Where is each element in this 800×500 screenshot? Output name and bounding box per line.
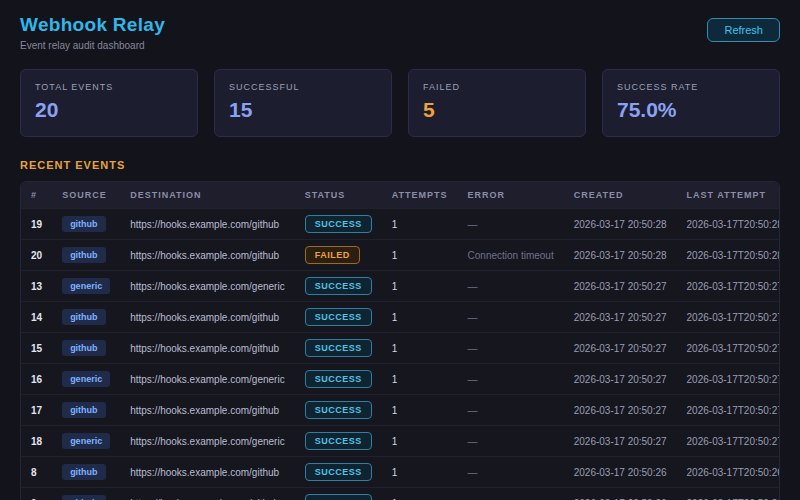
error-cell: —: [458, 271, 564, 302]
table-row: 13generichttps://hooks.example.com/gener…: [21, 271, 780, 302]
event-id-cell: 8: [21, 457, 52, 488]
status-cell: FAILED: [295, 240, 382, 271]
attempts-cell: 1: [382, 240, 458, 271]
last-attempt-cell: 2026-03-17T20:50:28.218170+00:00: [677, 240, 780, 271]
last-attempt-cell: 2026-03-17T20:50:27.457959+00:00: [677, 333, 780, 364]
event-id-cell: 20: [21, 240, 52, 271]
source-badge: github: [62, 340, 106, 356]
status-badge: SUCCESS: [305, 494, 372, 500]
status-cell: SUCCESS: [295, 457, 382, 488]
error-cell: —: [458, 488, 564, 500]
stats-row: TOTAL EVENTS20SUCCESSFUL15FAILED5SUCCESS…: [20, 69, 780, 137]
source-badge: github: [62, 464, 106, 480]
stat-card-successful: SUCCESSFUL15: [214, 69, 392, 137]
event-id-cell: 9: [21, 488, 52, 500]
destination-cell: https://hooks.example.com/github: [120, 302, 295, 333]
source-cell: github: [52, 333, 120, 364]
last-attempt-cell: 2026-03-17T20:50:26.120617+00:00: [677, 457, 780, 488]
destination-cell: https://hooks.example.com/github: [120, 457, 295, 488]
created-cell: 2026-03-17 20:50:28: [564, 209, 677, 240]
source-badge: generic: [62, 278, 110, 294]
header-titles: Webhook Relay Event relay audit dashboar…: [20, 14, 165, 51]
source-badge: github: [62, 495, 106, 500]
source-cell: generic: [52, 426, 120, 457]
created-cell: 2026-03-17 20:50:27: [564, 302, 677, 333]
last-attempt-cell: 2026-03-17T20:50:26.271434+00:00: [677, 488, 780, 500]
attempts-cell: 1: [382, 271, 458, 302]
table-row: 17githubhttps://hooks.example.com/github…: [21, 395, 780, 426]
created-cell: 2026-03-17 20:50:27: [564, 333, 677, 364]
created-cell: 2026-03-17 20:50:28: [564, 240, 677, 271]
stat-card-total-events: TOTAL EVENTS20: [20, 69, 198, 137]
last-attempt-cell: 2026-03-17T20:50:27.023404+00:00: [677, 271, 780, 302]
event-id-cell: 16: [21, 364, 52, 395]
column-header-attempts: ATTEMPTS: [382, 182, 458, 209]
source-cell: generic: [52, 271, 120, 302]
error-cell: —: [458, 302, 564, 333]
error-cell: —: [458, 333, 564, 364]
table-row: 18generichttps://hooks.example.com/gener…: [21, 426, 780, 457]
events-table: # SOURCE DESTINATION STATUS ATTEMPTS ERR…: [21, 182, 780, 500]
event-id-cell: 14: [21, 302, 52, 333]
source-badge: generic: [62, 371, 110, 387]
table-row: 20githubhttps://hooks.example.com/github…: [21, 240, 780, 271]
source-badge: github: [62, 309, 106, 325]
attempts-cell: 1: [382, 395, 458, 426]
recent-events-heading: RECENT EVENTS: [20, 159, 780, 171]
status-cell: SUCCESS: [295, 333, 382, 364]
destination-cell: https://hooks.example.com/github: [120, 240, 295, 271]
dashboard-page: Webhook Relay Event relay audit dashboar…: [0, 0, 800, 500]
error-cell: —: [458, 364, 564, 395]
stat-value: 15: [229, 98, 377, 122]
column-header-error: ERROR: [458, 182, 564, 209]
column-header-status: STATUS: [295, 182, 382, 209]
error-cell: —: [458, 395, 564, 426]
attempts-cell: 1: [382, 333, 458, 364]
status-badge: SUCCESS: [305, 463, 372, 481]
stat-value: 75.0%: [617, 98, 765, 122]
column-header-source: SOURCE: [52, 182, 120, 209]
status-badge: SUCCESS: [305, 370, 372, 388]
source-cell: github: [52, 240, 120, 271]
table-row: 14githubhttps://hooks.example.com/github…: [21, 302, 780, 333]
source-cell: generic: [52, 364, 120, 395]
error-cell: —: [458, 457, 564, 488]
status-badge: SUCCESS: [305, 277, 372, 295]
column-header-created: CREATED: [564, 182, 677, 209]
stat-card-failed: FAILED5: [408, 69, 586, 137]
stat-value: 20: [35, 98, 183, 122]
status-cell: SUCCESS: [295, 364, 382, 395]
refresh-button[interactable]: Refresh: [707, 18, 780, 42]
stat-label: FAILED: [423, 82, 571, 92]
status-badge: SUCCESS: [305, 215, 372, 233]
stat-card-success-rate: SUCCESS RATE75.0%: [602, 69, 780, 137]
source-cell: github: [52, 209, 120, 240]
created-cell: 2026-03-17 20:50:27: [564, 271, 677, 302]
created-cell: 2026-03-17 20:50:27: [564, 364, 677, 395]
attempts-cell: 1: [382, 488, 458, 500]
page-header: Webhook Relay Event relay audit dashboar…: [20, 14, 780, 51]
events-table-body: 19githubhttps://hooks.example.com/github…: [21, 209, 780, 500]
source-badge: github: [62, 247, 106, 263]
event-id-cell: 13: [21, 271, 52, 302]
source-cell: github: [52, 457, 120, 488]
source-cell: github: [52, 302, 120, 333]
column-header-id: #: [21, 182, 52, 209]
status-badge: SUCCESS: [305, 308, 372, 326]
source-badge: github: [62, 402, 106, 418]
status-cell: SUCCESS: [295, 395, 382, 426]
error-cell: —: [458, 426, 564, 457]
stat-value: 5: [423, 98, 571, 122]
status-badge: SUCCESS: [305, 432, 372, 450]
destination-cell: https://hooks.example.com/github: [120, 395, 295, 426]
event-id-cell: 19: [21, 209, 52, 240]
events-table-container: # SOURCE DESTINATION STATUS ATTEMPTS ERR…: [20, 181, 780, 500]
last-attempt-cell: 2026-03-17T20:50:27.917418+00:00: [677, 426, 780, 457]
last-attempt-cell: 2026-03-17T20:50:27.767137+00:00: [677, 395, 780, 426]
event-id-cell: 18: [21, 426, 52, 457]
destination-cell: https://hooks.example.com/github: [120, 333, 295, 364]
status-badge: SUCCESS: [305, 401, 372, 419]
attempts-cell: 1: [382, 209, 458, 240]
destination-cell: https://hooks.example.com/generic: [120, 426, 295, 457]
page-title: Webhook Relay: [20, 14, 165, 36]
